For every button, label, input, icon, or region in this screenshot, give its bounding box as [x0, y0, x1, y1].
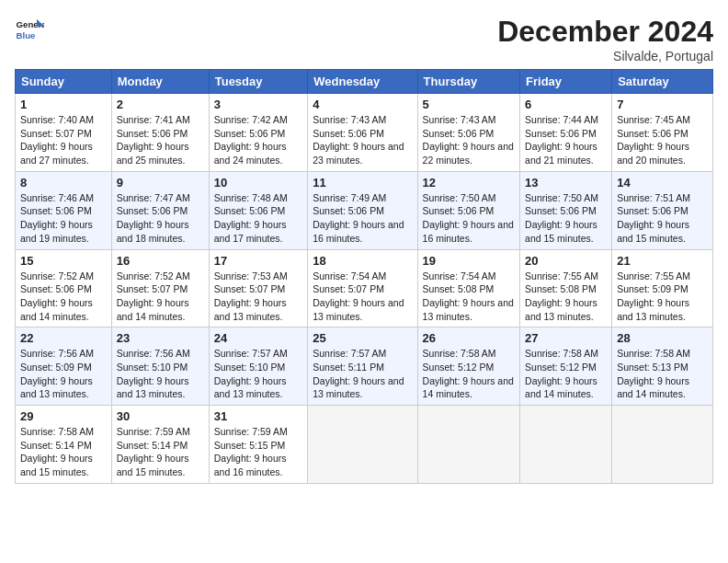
day-number: 8	[20, 176, 107, 190]
calendar-body: 1Sunrise: 7:40 AMSunset: 5:07 PMDaylight…	[16, 94, 713, 484]
page-header: General Blue December 2024 Silvalde, Por…	[15, 15, 713, 63]
day-detail: Sunrise: 7:58 AMSunset: 5:12 PMDaylight:…	[423, 347, 515, 401]
day-detail: Sunrise: 7:56 AMSunset: 5:09 PMDaylight:…	[20, 347, 107, 401]
col-header-monday: Monday	[111, 70, 209, 94]
day-detail: Sunrise: 7:55 AMSunset: 5:08 PMDaylight:…	[525, 270, 607, 324]
logo-icon: General Blue	[15, 15, 44, 44]
day-number: 31	[214, 409, 303, 423]
day-detail: Sunrise: 7:56 AMSunset: 5:10 PMDaylight:…	[117, 347, 204, 401]
day-detail: Sunrise: 7:57 AMSunset: 5:10 PMDaylight:…	[214, 347, 303, 401]
svg-text:Blue: Blue	[17, 30, 36, 40]
day-detail: Sunrise: 7:43 AMSunset: 5:06 PMDaylight:…	[313, 113, 412, 167]
day-number: 24	[214, 331, 303, 345]
calendar-cell: 2Sunrise: 7:41 AMSunset: 5:06 PMDaylight…	[111, 94, 209, 172]
day-detail: Sunrise: 7:55 AMSunset: 5:09 PMDaylight:…	[617, 270, 708, 324]
day-number: 25	[313, 331, 412, 345]
calendar-cell: 6Sunrise: 7:44 AMSunset: 5:06 PMDaylight…	[520, 94, 612, 172]
day-detail: Sunrise: 7:40 AMSunset: 5:07 PMDaylight:…	[20, 113, 107, 167]
day-number: 9	[117, 176, 204, 190]
day-detail: Sunrise: 7:50 AMSunset: 5:06 PMDaylight:…	[525, 191, 607, 246]
calendar-cell: 15Sunrise: 7:52 AMSunset: 5:06 PMDayligh…	[16, 249, 112, 327]
day-detail: Sunrise: 7:51 AMSunset: 5:06 PMDaylight:…	[617, 191, 708, 246]
calendar-cell: 10Sunrise: 7:48 AMSunset: 5:06 PMDayligh…	[209, 171, 308, 249]
calendar-cell: 24Sunrise: 7:57 AMSunset: 5:10 PMDayligh…	[209, 327, 308, 406]
day-number: 15	[20, 254, 107, 268]
day-detail: Sunrise: 7:53 AMSunset: 5:07 PMDaylight:…	[214, 270, 303, 324]
day-detail: Sunrise: 7:58 AMSunset: 5:12 PMDaylight:…	[525, 347, 607, 401]
calendar-cell: 22Sunrise: 7:56 AMSunset: 5:09 PMDayligh…	[16, 327, 112, 406]
day-number: 3	[214, 98, 303, 111]
day-number: 23	[117, 331, 204, 345]
calendar-cell: 30Sunrise: 7:59 AMSunset: 5:14 PMDayligh…	[111, 406, 209, 484]
day-number: 19	[423, 254, 515, 268]
day-number: 13	[525, 176, 607, 190]
calendar-week-row: 29Sunrise: 7:58 AMSunset: 5:14 PMDayligh…	[16, 406, 713, 484]
calendar-cell: 29Sunrise: 7:58 AMSunset: 5:14 PMDayligh…	[16, 406, 112, 484]
calendar-cell: 5Sunrise: 7:43 AMSunset: 5:06 PMDaylight…	[417, 94, 519, 172]
calendar-cell: 19Sunrise: 7:54 AMSunset: 5:08 PMDayligh…	[417, 249, 519, 327]
day-number: 26	[423, 331, 515, 345]
calendar-cell: 21Sunrise: 7:55 AMSunset: 5:09 PMDayligh…	[612, 249, 713, 327]
calendar-cell: 9Sunrise: 7:47 AMSunset: 5:06 PMDaylight…	[111, 171, 209, 249]
calendar-cell: 28Sunrise: 7:58 AMSunset: 5:13 PMDayligh…	[612, 327, 713, 406]
day-number: 5	[423, 98, 515, 111]
col-header-wednesday: Wednesday	[308, 70, 417, 94]
col-header-sunday: Sunday	[16, 70, 112, 94]
day-detail: Sunrise: 7:54 AMSunset: 5:08 PMDaylight:…	[423, 270, 515, 324]
calendar-cell	[308, 406, 417, 484]
day-detail: Sunrise: 7:58 AMSunset: 5:13 PMDaylight:…	[617, 347, 708, 401]
day-detail: Sunrise: 7:43 AMSunset: 5:06 PMDaylight:…	[423, 113, 515, 167]
calendar-cell	[520, 406, 612, 484]
day-detail: Sunrise: 7:58 AMSunset: 5:14 PMDaylight:…	[20, 425, 107, 479]
calendar-cell: 23Sunrise: 7:56 AMSunset: 5:10 PMDayligh…	[111, 327, 209, 406]
col-header-saturday: Saturday	[612, 70, 713, 94]
day-number: 6	[525, 98, 607, 111]
day-number: 30	[117, 409, 204, 423]
calendar-cell: 8Sunrise: 7:46 AMSunset: 5:06 PMDaylight…	[16, 171, 112, 249]
day-detail: Sunrise: 7:48 AMSunset: 5:06 PMDaylight:…	[214, 191, 303, 246]
month-title: December 2024	[497, 15, 713, 49]
calendar-cell: 31Sunrise: 7:59 AMSunset: 5:15 PMDayligh…	[209, 406, 308, 484]
day-detail: Sunrise: 7:52 AMSunset: 5:07 PMDaylight:…	[117, 270, 204, 324]
day-detail: Sunrise: 7:42 AMSunset: 5:06 PMDaylight:…	[214, 113, 303, 167]
calendar-cell: 27Sunrise: 7:58 AMSunset: 5:12 PMDayligh…	[520, 327, 612, 406]
calendar-cell: 16Sunrise: 7:52 AMSunset: 5:07 PMDayligh…	[111, 249, 209, 327]
logo: General Blue	[15, 15, 44, 44]
calendar-week-row: 22Sunrise: 7:56 AMSunset: 5:09 PMDayligh…	[16, 327, 713, 406]
day-detail: Sunrise: 7:59 AMSunset: 5:15 PMDaylight:…	[214, 425, 303, 479]
calendar-cell: 14Sunrise: 7:51 AMSunset: 5:06 PMDayligh…	[612, 171, 713, 249]
day-detail: Sunrise: 7:59 AMSunset: 5:14 PMDaylight:…	[117, 425, 204, 479]
day-detail: Sunrise: 7:46 AMSunset: 5:06 PMDaylight:…	[20, 191, 107, 246]
calendar-week-row: 8Sunrise: 7:46 AMSunset: 5:06 PMDaylight…	[16, 171, 713, 249]
day-detail: Sunrise: 7:50 AMSunset: 5:06 PMDaylight:…	[423, 191, 515, 246]
calendar-cell: 7Sunrise: 7:45 AMSunset: 5:06 PMDaylight…	[612, 94, 713, 172]
calendar-cell: 12Sunrise: 7:50 AMSunset: 5:06 PMDayligh…	[417, 171, 519, 249]
calendar-cell: 13Sunrise: 7:50 AMSunset: 5:06 PMDayligh…	[520, 171, 612, 249]
calendar-cell: 4Sunrise: 7:43 AMSunset: 5:06 PMDaylight…	[308, 94, 417, 172]
calendar-cell: 25Sunrise: 7:57 AMSunset: 5:11 PMDayligh…	[308, 327, 417, 406]
day-number: 18	[313, 254, 412, 268]
day-number: 20	[525, 254, 607, 268]
day-detail: Sunrise: 7:41 AMSunset: 5:06 PMDaylight:…	[117, 113, 204, 167]
calendar-cell: 3Sunrise: 7:42 AMSunset: 5:06 PMDaylight…	[209, 94, 308, 172]
calendar-week-row: 1Sunrise: 7:40 AMSunset: 5:07 PMDaylight…	[16, 94, 713, 172]
day-number: 17	[214, 254, 303, 268]
calendar-cell	[612, 406, 713, 484]
calendar-cell: 1Sunrise: 7:40 AMSunset: 5:07 PMDaylight…	[16, 94, 112, 172]
day-number: 1	[20, 98, 107, 111]
day-number: 11	[313, 176, 412, 190]
calendar-cell: 11Sunrise: 7:49 AMSunset: 5:06 PMDayligh…	[308, 171, 417, 249]
calendar-cell: 18Sunrise: 7:54 AMSunset: 5:07 PMDayligh…	[308, 249, 417, 327]
day-number: 22	[20, 331, 107, 345]
day-detail: Sunrise: 7:52 AMSunset: 5:06 PMDaylight:…	[20, 270, 107, 324]
day-number: 21	[617, 254, 708, 268]
location: Silvalde, Portugal	[497, 49, 713, 63]
title-block: December 2024 Silvalde, Portugal	[497, 15, 713, 63]
day-number: 29	[20, 409, 107, 423]
calendar-cell: 20Sunrise: 7:55 AMSunset: 5:08 PMDayligh…	[520, 249, 612, 327]
calendar-cell	[417, 406, 519, 484]
day-number: 14	[617, 176, 708, 190]
day-detail: Sunrise: 7:49 AMSunset: 5:06 PMDaylight:…	[313, 191, 412, 246]
day-detail: Sunrise: 7:44 AMSunset: 5:06 PMDaylight:…	[525, 113, 607, 167]
day-number: 28	[617, 331, 708, 345]
